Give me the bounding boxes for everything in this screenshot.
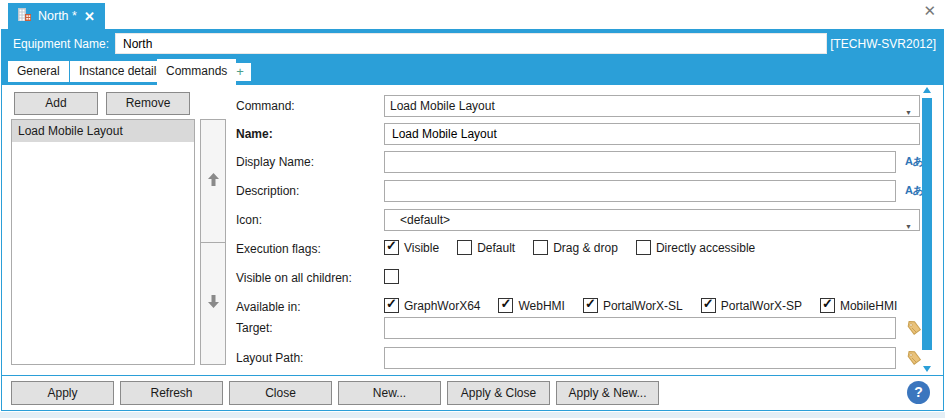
workbench-equipment-window: North * ✕ ✕ Equipment Name: [TECHW-SVR20… — [0, 0, 945, 418]
checkbox-icon — [701, 298, 716, 313]
checkbox-mobilehmi[interactable]: MobileHMI — [820, 298, 897, 313]
command-value: Load Mobile Layout — [390, 99, 495, 113]
checkbox-icon — [457, 240, 472, 255]
commands-tab-content: Add Remove Load Mobile Layout — [2, 85, 943, 376]
checkbox-visible-all-children[interactable] — [384, 269, 399, 284]
help-icon[interactable]: ? — [907, 381, 930, 404]
checkbox-icon — [820, 298, 835, 313]
layout-path-row: Layout Path: — [2, 347, 943, 369]
icon-label: Icon: — [236, 213, 262, 227]
document-tab-title: North * — [38, 9, 77, 23]
checkbox-icon — [384, 298, 399, 313]
form-scrollbar[interactable] — [922, 87, 932, 372]
checkbox-label: Visible — [404, 241, 439, 255]
add-tab-button[interactable]: + — [229, 63, 251, 81]
apply-button[interactable]: Apply — [11, 381, 114, 405]
checkbox-drag-drop[interactable]: Drag & drop — [533, 240, 618, 255]
description-row: Description: Aあ — [2, 180, 943, 202]
equipment-name-input[interactable] — [115, 33, 827, 54]
checkbox-label: GraphWorX64 — [404, 299, 480, 313]
display-name-label: Display Name: — [236, 155, 314, 169]
tab-general[interactable]: General — [8, 61, 69, 82]
target-input[interactable] — [384, 317, 896, 339]
name-row: Name: — [2, 123, 943, 145]
footer-button-bar: Apply Refresh Close New... Apply & Close… — [2, 375, 943, 410]
available-in-row: Available in: GraphWorX64 WebHMI PortalW… — [2, 296, 943, 318]
server-badge: [TECHW-SVR2012] — [830, 37, 936, 51]
display-name-input[interactable] — [384, 151, 896, 173]
chevron-down-icon: ▼ — [905, 217, 912, 237]
target-row: Target: — [2, 317, 943, 339]
layout-path-input[interactable] — [384, 347, 896, 369]
checkbox-label: WebHMI — [518, 299, 564, 313]
checkbox-icon — [533, 240, 548, 255]
localize-text-icon[interactable]: Aあ — [905, 154, 923, 169]
command-dropdown[interactable]: Load Mobile Layout ▼ — [384, 95, 920, 117]
checkbox-webhmi[interactable]: WebHMI — [498, 298, 564, 313]
command-row: Command: Load Mobile Layout ▼ — [2, 95, 943, 117]
visible-all-children-row: Visible on all children: — [2, 267, 943, 289]
name-input[interactable] — [384, 123, 920, 145]
scrollbar-thumb[interactable] — [922, 98, 932, 350]
icon-dropdown[interactable]: <default> ▼ — [384, 209, 920, 231]
document-tab-close-icon[interactable]: ✕ — [84, 10, 95, 23]
command-label: Command: — [236, 99, 295, 113]
available-in-label: Available in: — [236, 300, 301, 314]
tag-picker-icon[interactable] — [905, 320, 922, 340]
checkbox-icon — [583, 298, 598, 313]
checkbox-icon — [636, 240, 651, 255]
layout-path-label: Layout Path: — [236, 351, 303, 365]
scroll-down-icon[interactable] — [923, 366, 931, 372]
close-button[interactable]: Close — [229, 381, 332, 405]
equipment-name-label: Equipment Name: — [13, 37, 109, 51]
display-name-row: Display Name: Aあ — [2, 151, 943, 173]
target-label: Target: — [236, 321, 273, 335]
refresh-button[interactable]: Refresh — [120, 381, 223, 405]
scroll-up-icon[interactable] — [923, 87, 931, 93]
execution-flags-label: Execution flags: — [236, 242, 321, 256]
checkbox-label: PortalWorX-SP — [721, 299, 802, 313]
checkbox-directly-accessible[interactable]: Directly accessible — [636, 240, 755, 255]
execution-flags-row: Execution flags: Visible Default Drag & … — [2, 238, 943, 260]
document-tab-north[interactable]: North * ✕ — [8, 3, 105, 29]
checkbox-icon — [498, 298, 513, 313]
tab-commands[interactable]: Commands — [157, 59, 236, 85]
checkbox-portalworx-sl[interactable]: PortalWorX-SL — [583, 298, 683, 313]
equipment-name-bar: Equipment Name: [TECHW-SVR2012] — [2, 30, 943, 57]
window-bottom-strip — [0, 412, 945, 418]
tag-picker-icon[interactable] — [905, 350, 922, 370]
chevron-down-icon: ▼ — [905, 103, 912, 123]
localize-text-icon[interactable]: Aあ — [905, 183, 923, 198]
apply-and-new-button[interactable]: Apply & New... — [556, 381, 659, 405]
apply-and-close-button[interactable]: Apply & Close — [447, 381, 550, 405]
checkbox-portalworx-sp[interactable]: PortalWorX-SP — [701, 298, 802, 313]
equipment-editor-panel: Equipment Name: [TECHW-SVR2012] General … — [1, 29, 944, 411]
checkbox-label: Default — [477, 241, 515, 255]
checkbox-icon — [384, 240, 399, 255]
checkbox-label: Directly accessible — [656, 241, 755, 255]
checkbox-label: PortalWorX-SL — [603, 299, 683, 313]
checkbox-label: Drag & drop — [553, 241, 618, 255]
visible-all-children-label: Visible on all children: — [236, 271, 352, 285]
checkbox-icon — [384, 269, 399, 284]
icon-value: <default> — [390, 213, 450, 227]
checkbox-label: MobileHMI — [840, 299, 897, 313]
window-close-icon[interactable]: ✕ — [923, 3, 936, 18]
description-input[interactable] — [384, 180, 896, 202]
checkbox-graphworx64[interactable]: GraphWorX64 — [384, 298, 480, 313]
new-button[interactable]: New... — [338, 381, 441, 405]
checkbox-default[interactable]: Default — [457, 240, 515, 255]
description-label: Description: — [236, 184, 299, 198]
checkbox-visible[interactable]: Visible — [384, 240, 439, 255]
icon-row: Icon: <default> ▼ — [2, 209, 943, 231]
tab-strip: General Instance details Commands + — [2, 57, 943, 85]
name-label: Name: — [236, 127, 273, 141]
equipment-building-icon — [18, 8, 31, 24]
